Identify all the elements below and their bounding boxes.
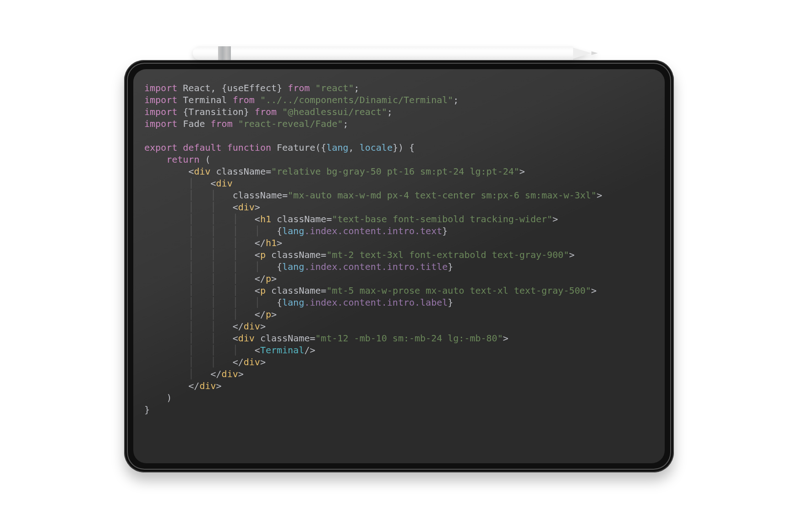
brace: } bbox=[448, 297, 453, 308]
semicolon: ; bbox=[343, 118, 349, 129]
jsx-gt: > bbox=[271, 309, 277, 320]
indent-guide: │ │ bbox=[188, 333, 232, 344]
jsx-tag: div bbox=[216, 178, 233, 189]
expr-obj: lang bbox=[282, 261, 304, 272]
jsx-tag: h1 bbox=[266, 237, 277, 248]
jsx-selfclose: /> bbox=[304, 345, 315, 356]
comma: , bbox=[349, 142, 354, 153]
jsx-gt: > bbox=[569, 249, 574, 260]
kw-import: import bbox=[144, 82, 177, 93]
indent-guide: │ │ │ bbox=[188, 345, 255, 356]
jsx-gt: > bbox=[260, 356, 266, 367]
jsx-lt: < bbox=[255, 285, 260, 296]
param: lang bbox=[326, 142, 348, 153]
jsx-tag: p bbox=[260, 249, 266, 260]
indent-guide: │ │ │ bbox=[188, 309, 255, 320]
jsx-tag: div bbox=[238, 202, 255, 213]
jsx-lt: < bbox=[188, 166, 194, 177]
jsx-attr-value: "relative bg-gray-50 pt-16 sm:pt-24 lg:p… bbox=[271, 166, 519, 177]
indent-guide: │ │ bbox=[188, 356, 232, 367]
jsx-lt: </ bbox=[233, 356, 244, 367]
jsx-attr-value: "mt-12 -mb-10 sm:-mb-24 lg:-mb-80" bbox=[315, 333, 503, 344]
kw-import: import bbox=[144, 94, 177, 105]
expr-prop: .index bbox=[304, 261, 337, 272]
kw-export: export bbox=[144, 142, 177, 153]
expr-prop: .intro bbox=[382, 297, 415, 308]
apple-pencil-icon bbox=[193, 46, 596, 60]
expr-prop: .label bbox=[415, 297, 448, 308]
jsx-attr-value: "mx-auto max-w-md px-4 text-center sm:px… bbox=[288, 190, 596, 201]
jsx-lt: </ bbox=[211, 368, 222, 379]
jsx-tag: p bbox=[266, 273, 271, 284]
brace: } bbox=[448, 261, 453, 272]
jsx-lt: < bbox=[233, 202, 238, 213]
jsx-attr-value: "text-base font-semibold tracking-wider" bbox=[332, 214, 552, 225]
paren: ) bbox=[166, 392, 172, 403]
expr-prop: .index bbox=[304, 297, 337, 308]
indent-guide: │ │ │ │ bbox=[188, 261, 277, 272]
paren: }) bbox=[393, 142, 404, 153]
jsx-tag: div bbox=[238, 333, 255, 344]
expr-prop: .intro bbox=[382, 225, 415, 236]
kw-from: from bbox=[288, 82, 310, 93]
import-spec: React, {useEffect} bbox=[183, 82, 282, 93]
jsx-tag: div bbox=[194, 166, 210, 177]
jsx-gt: > bbox=[238, 368, 244, 379]
indent-guide: │ bbox=[188, 368, 210, 379]
jsx-component: Terminal bbox=[260, 345, 304, 356]
jsx-gt: > bbox=[216, 380, 222, 391]
jsx-tag: p bbox=[260, 285, 266, 296]
expr-prop: .index bbox=[304, 225, 337, 236]
jsx-lt: < bbox=[255, 249, 260, 260]
kw-from: from bbox=[255, 106, 277, 117]
jsx-lt: </ bbox=[255, 273, 266, 284]
jsx-gt: > bbox=[503, 333, 508, 344]
import-path: "react" bbox=[315, 82, 354, 93]
semicolon: ; bbox=[354, 82, 360, 93]
brace: { bbox=[277, 261, 282, 272]
jsx-gt: > bbox=[260, 321, 266, 332]
kw-import: import bbox=[144, 118, 177, 129]
indent-guide: │ │ │ bbox=[188, 237, 255, 248]
jsx-attr: className bbox=[271, 285, 321, 296]
jsx-tag: div bbox=[244, 356, 260, 367]
pencil-body bbox=[193, 46, 573, 60]
indent-guide: │ │ │ bbox=[188, 214, 255, 225]
brace: } bbox=[442, 225, 448, 236]
jsx-lt: </ bbox=[188, 380, 199, 391]
jsx-gt: > bbox=[277, 237, 282, 248]
indent-guide: │ │ bbox=[188, 190, 232, 201]
pencil-band bbox=[218, 46, 231, 60]
indent-guide: │ │ bbox=[188, 202, 232, 213]
semicolon: ; bbox=[387, 106, 393, 117]
brace: } bbox=[144, 404, 150, 415]
import-spec: Fade bbox=[183, 118, 205, 129]
screen: import React, {useEffect} from "react"; … bbox=[133, 69, 665, 463]
jsx-gt: > bbox=[519, 166, 525, 177]
import-spec: {Transition} bbox=[183, 106, 249, 117]
jsx-attr: className bbox=[271, 249, 321, 260]
indent-guide: │ │ │ bbox=[188, 273, 255, 284]
jsx-attr: className bbox=[260, 333, 310, 344]
indent-guide: │ │ │ bbox=[188, 249, 255, 260]
paren: ( bbox=[205, 154, 210, 165]
indent-guide: │ │ │ bbox=[188, 285, 255, 296]
jsx-tag: div bbox=[199, 380, 216, 391]
semicolon: ; bbox=[453, 94, 459, 105]
jsx-attr-value: "mt-5 max-w-prose mx-auto text-xl text-g… bbox=[326, 285, 591, 296]
param: locale bbox=[360, 142, 393, 153]
jsx-attr-value: "mt-2 text-3xl font-extrabold text-gray-… bbox=[326, 249, 569, 260]
brace: { bbox=[409, 142, 415, 153]
jsx-gt: > bbox=[552, 214, 558, 225]
jsx-gt: > bbox=[255, 202, 260, 213]
jsx-lt: < bbox=[233, 333, 238, 344]
tablet-frame: import React, {useEffect} from "react"; … bbox=[124, 60, 674, 472]
paren: ({ bbox=[315, 142, 326, 153]
import-path: "react-reveal/Fade" bbox=[238, 118, 343, 129]
code-editor[interactable]: import React, {useEffect} from "react"; … bbox=[144, 82, 654, 450]
expr-prop: .title bbox=[415, 261, 448, 272]
indent-guide: │ bbox=[188, 178, 210, 189]
jsx-lt: </ bbox=[255, 237, 266, 248]
mockup-stage: import React, {useEffect} from "react"; … bbox=[124, 60, 674, 472]
jsx-lt: < bbox=[211, 178, 216, 189]
